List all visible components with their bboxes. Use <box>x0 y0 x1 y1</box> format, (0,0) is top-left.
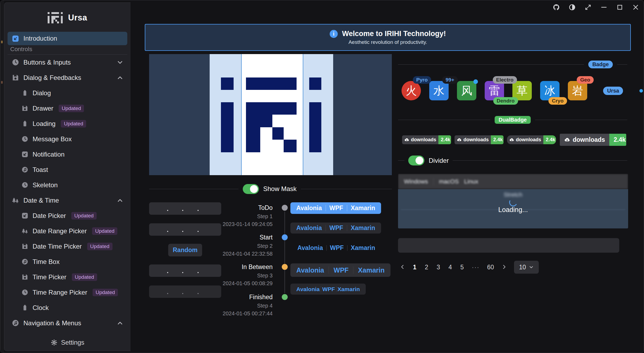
sidebar-item-label: Loading <box>33 120 55 128</box>
page-number[interactable]: 3 <box>436 264 441 271</box>
sidebar-item-skeleton[interactable]: Skeleton <box>8 177 127 193</box>
edge-speck <box>1 81 3 84</box>
sidebar-item-date-time[interactable]: Date & Time <box>8 193 127 208</box>
step-time: 2024-01-04 22:32:58 <box>216 251 273 257</box>
sidebar-item-label: Dialog & Feedbacks <box>23 74 81 82</box>
segment-xamarin[interactable]: Xamarin <box>351 224 375 232</box>
segment-xamarin[interactable]: Xamarin <box>337 286 360 292</box>
page-number[interactable]: 1 <box>413 264 417 271</box>
segment-avalonia[interactable]: Avalonia <box>296 224 322 232</box>
segment-wpf[interactable]: WPF <box>334 266 349 274</box>
water-avatar: 水 <box>429 81 449 100</box>
tab-linux[interactable]: Linux <box>464 178 478 185</box>
maximize-icon[interactable] <box>616 3 624 11</box>
divider-label: Divider <box>429 157 449 164</box>
welcome-banner: i Welcome to IRIHI Technology! Aesthetic… <box>145 24 631 51</box>
sidebar-item-dialog[interactable]: Dialog <box>8 85 127 101</box>
sidebar-item-clock[interactable]: Clock <box>8 300 127 315</box>
segment-wpf[interactable]: WPF <box>330 244 344 252</box>
segment-avalonia[interactable]: Avalonia <box>297 244 323 252</box>
github-icon[interactable] <box>552 3 560 11</box>
step-title: Start <box>216 234 273 241</box>
sidebar: Ursa Introduction Controls Buttons & Inp… <box>4 2 131 351</box>
sidebar-item-date-picker[interactable]: Date Picker Updated <box>8 208 127 223</box>
electro-badge: Electro <box>493 76 517 84</box>
sidebar-item-loading[interactable]: Loading Updated <box>8 116 127 131</box>
page-ellipsis[interactable]: ··· <box>472 264 480 271</box>
page-number[interactable]: 2 <box>424 264 429 271</box>
date-input[interactable] <box>149 264 221 277</box>
show-mask-toggle[interactable] <box>243 184 259 194</box>
sidebar-item-dialog-feedbacks[interactable]: Dialog & Feedbacks <box>8 70 127 85</box>
divider-toggle[interactable] <box>408 156 424 165</box>
updated-badge: Updated <box>71 212 97 220</box>
banner-title: Welcome to IRIHI Technology! <box>342 30 446 38</box>
music-note-icon <box>22 258 28 265</box>
gear-icon <box>51 339 58 346</box>
segment-wpf[interactable]: WPF <box>329 204 343 212</box>
chevron-up-icon <box>117 197 123 203</box>
downloads-dual-badge: downloads 2.4k <box>455 135 504 144</box>
sidebar-item-label: Dialog <box>33 89 51 97</box>
sidebar-item-label: Clock <box>33 304 49 312</box>
fullscreen-icon[interactable] <box>584 3 592 11</box>
segment-avalonia[interactable]: Avalonia <box>296 286 320 292</box>
sidebar-item-buttons-inputs[interactable]: Buttons & Inputs <box>8 55 127 70</box>
page-number[interactable]: 4 <box>448 264 452 271</box>
sidebar-item-toast[interactable]: Toast <box>8 162 127 177</box>
date-input[interactable] <box>149 202 221 215</box>
arrow-square-icon <box>22 151 28 158</box>
sidebar-item-time-picker[interactable]: Time Picker Updated <box>8 269 127 285</box>
page-next-button[interactable] <box>502 264 506 271</box>
tab-windows[interactable]: Windows <box>404 178 428 185</box>
sidebar-item-navigation-menus[interactable]: Navigation & Menus <box>8 315 127 331</box>
date-input-disabled[interactable] <box>149 285 221 298</box>
sidebar-item-introduction[interactable]: Introduction <box>8 32 127 45</box>
tab-macos[interactable]: macOS <box>439 178 459 185</box>
sidebar-item-date-time-picker[interactable]: Date Time Picker Updated <box>8 239 127 254</box>
segment-xamarin[interactable]: Xamarin <box>358 266 385 274</box>
sidebar-item-label: Drawer <box>33 105 53 112</box>
random-button[interactable]: Random <box>168 244 202 256</box>
page-number[interactable]: 5 <box>460 264 464 271</box>
dual-badge-label: downloads <box>463 137 489 143</box>
music-note-icon <box>12 319 19 327</box>
chevron-down-icon <box>529 265 533 269</box>
clock-icon <box>22 182 28 188</box>
badge-fire: 火 Pyro <box>402 81 421 100</box>
theme-toggle-icon[interactable] <box>568 3 576 11</box>
dualbadge-header-pill: DualBadge <box>495 116 531 124</box>
downloads-dual-badge-large: downloads 2.4k <box>560 134 626 146</box>
chevron-up-icon <box>117 320 123 326</box>
segment-xamarin[interactable]: Xamarin <box>351 204 375 212</box>
segmented-group-small: Avalonia WPF Xamarin <box>290 284 366 295</box>
sidebar-item-notification[interactable]: Notification <box>8 147 127 162</box>
close-icon[interactable] <box>632 3 639 11</box>
date-input[interactable] <box>149 223 221 236</box>
minimize-icon[interactable] <box>600 3 608 11</box>
empty-input-bar[interactable] <box>398 238 619 253</box>
segment-wpf[interactable]: WPF <box>329 224 343 232</box>
download-cloud-icon <box>457 137 462 142</box>
loading-body: Stretch Loading... <box>398 189 628 228</box>
sidebar-item-time-box[interactable]: Time Box <box>8 254 127 269</box>
segment-avalonia[interactable]: Avalonia <box>296 266 324 274</box>
segmented-group-borderless: Avalonia WPF Xamarin <box>291 243 381 253</box>
sidebar-item-drawer[interactable]: Drawer Updated <box>8 101 127 116</box>
sidebar-item-date-range-picker[interactable]: Date Range Picker Updated <box>8 223 127 239</box>
banner-subtitle: Aesthetic revolution of productivity. <box>349 39 427 45</box>
page-size-dropdown[interactable]: 10 <box>514 261 539 274</box>
sidebar-item-time-range-picker[interactable]: Time Range Picker Updated <box>8 285 127 300</box>
segment-xamarin[interactable]: Xamarin <box>351 244 375 252</box>
page-number[interactable]: 60 <box>487 264 494 271</box>
step-number: Step 1 <box>216 213 273 220</box>
segmented-group-large: Avalonia WPF Xamarin <box>290 263 390 277</box>
divider-line <box>149 189 238 189</box>
page-prev-button[interactable] <box>400 264 405 271</box>
arrow-square-icon <box>22 212 28 219</box>
updated-badge: Updated <box>93 289 118 296</box>
settings-button[interactable]: Settings <box>4 334 131 351</box>
sidebar-item-message-box[interactable]: Message Box <box>8 131 127 147</box>
segment-avalonia[interactable]: Avalonia <box>296 204 322 212</box>
segment-wpf[interactable]: WPF <box>322 286 335 292</box>
